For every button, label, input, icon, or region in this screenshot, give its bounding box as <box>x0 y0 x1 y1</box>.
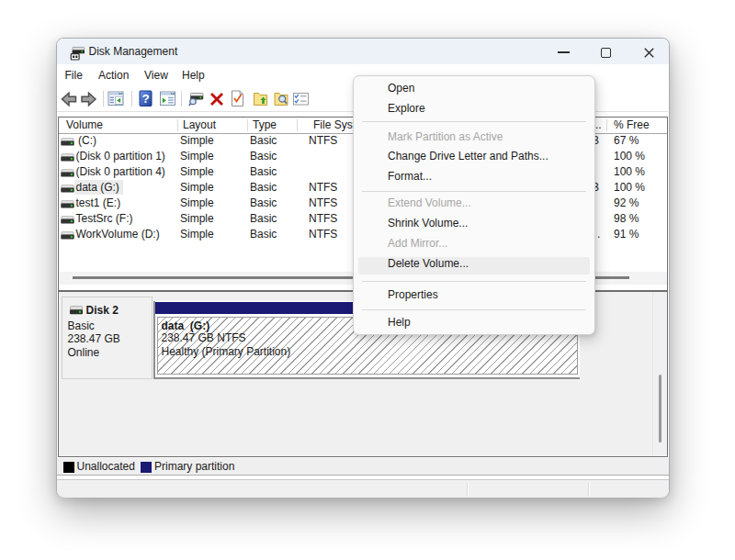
svg-text:?: ? <box>142 92 150 106</box>
